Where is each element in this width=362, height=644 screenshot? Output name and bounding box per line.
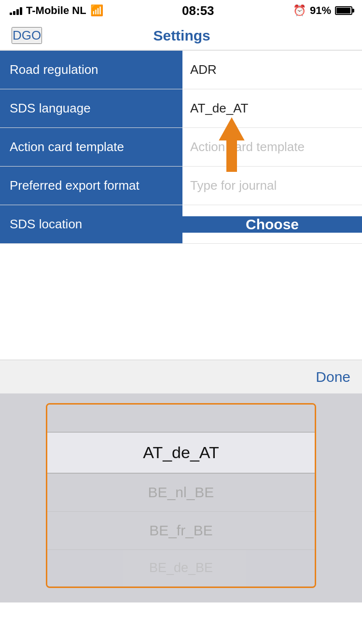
sds-location-value: Choose [182,205,362,243]
status-bar: T-Mobile NL 📶 08:53 ⏰ 91% [0,0,362,21]
preferred-export-format-label: Preferred export format [0,167,182,205]
action-card-template-placeholder: Action card template [190,140,305,154]
picker-item-above [47,405,315,432]
choose-button[interactable]: Choose [182,216,362,233]
status-left: T-Mobile NL 📶 [10,4,103,17]
content-spacer [0,244,362,360]
wifi-icon: 📶 [90,4,103,17]
settings-row-sds-location: SDS location Choose [0,205,362,244]
action-card-template-label: Action card template [0,128,182,166]
picker-container: AT_de_AT BE_nl_BE BE_fr_BE BE_de_BE [0,393,362,602]
action-card-template-value[interactable]: Action card template [182,128,362,166]
sds-language-label: SDS language [0,89,182,127]
status-right: ⏰ 91% [293,4,352,17]
carrier-label: T-Mobile NL [26,4,86,17]
settings-row-sds-language: SDS language AT_de_AT [0,89,362,128]
back-button[interactable]: DGO [12,27,42,44]
picker-item-at-de-at[interactable]: AT_de_AT [47,433,315,473]
road-regulation-text: ADR [190,62,217,77]
done-bar: Done [0,360,362,393]
road-regulation-label: Road regulation [0,51,182,89]
alarm-icon: ⏰ [293,4,306,17]
signal-icon [10,6,22,15]
road-regulation-value[interactable]: ADR [182,51,362,89]
sds-location-label: SDS location [0,205,182,243]
sds-language-value[interactable]: AT_de_AT [182,89,362,127]
picker-item-be-nl-be[interactable]: BE_nl_BE [47,474,315,512]
settings-row-action-card-template: Action card template Action card templat… [0,128,362,167]
preferred-export-format-placeholder: Type for journal [190,178,277,193]
settings-row-road-regulation: Road regulation ADR [0,51,362,89]
nav-bar: DGO Settings [0,21,362,50]
picker-item-be-de-be[interactable]: BE_de_BE [47,550,315,587]
language-picker[interactable]: AT_de_AT BE_nl_BE BE_fr_BE BE_de_BE [46,403,316,588]
battery-percent: 91% [310,4,331,17]
done-button[interactable]: Done [316,369,350,385]
settings-row-preferred-export-format: Preferred export format Type for journal [0,167,362,205]
picker-area: AT_de_AT BE_nl_BE BE_fr_BE BE_de_BE [0,393,362,602]
sds-language-text: AT_de_AT [190,101,248,116]
page-title: Settings [153,28,210,44]
picker-item-be-fr-be[interactable]: BE_fr_BE [47,512,315,550]
preferred-export-format-value[interactable]: Type for journal [182,167,362,205]
battery-icon [335,6,352,15]
status-time: 08:53 [182,3,214,18]
settings-table: Road regulation ADR SDS language AT_de_A… [0,50,362,244]
